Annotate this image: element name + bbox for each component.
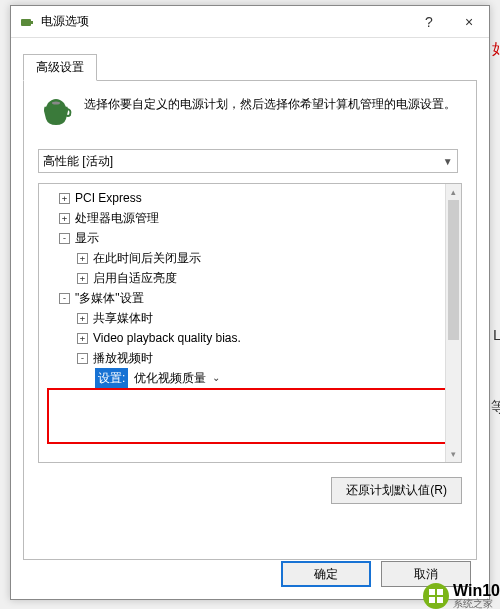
chevron-down-icon: ▼: [443, 156, 453, 167]
battery-icon: [19, 14, 35, 30]
tab-content: 选择你要自定义的电源计划，然后选择你希望计算机管理的电源设置。 高性能 [活动]…: [23, 80, 477, 560]
close-button[interactable]: ×: [449, 6, 489, 38]
ok-button[interactable]: 确定: [281, 561, 371, 587]
tree-label: Video playback quality bias.: [93, 328, 241, 348]
watermark-sub: 系统之家: [453, 599, 500, 609]
description-text: 选择你要自定义的电源计划，然后选择你希望计算机管理的电源设置。: [84, 95, 456, 114]
svg-rect-6: [437, 597, 443, 603]
expander-icon[interactable]: -: [59, 233, 70, 244]
tree-node-multimedia[interactable]: -"多媒体"设置: [41, 288, 459, 308]
tree-node-cpu-power[interactable]: +处理器电源管理: [41, 208, 459, 228]
tree-node-play-video[interactable]: -播放视频时: [41, 348, 459, 368]
settings-tree: +PCI Express +处理器电源管理 -显示 +在此时间后关闭显示 +启用…: [38, 183, 462, 463]
svg-rect-0: [21, 19, 31, 26]
svg-rect-4: [437, 589, 443, 595]
tree-node-turn-off-display[interactable]: +在此时间后关闭显示: [41, 248, 459, 268]
expander-icon[interactable]: -: [77, 353, 88, 364]
expander-icon[interactable]: +: [77, 313, 88, 324]
expander-icon[interactable]: +: [77, 333, 88, 344]
chevron-down-icon: ⌄: [212, 368, 220, 388]
svg-rect-1: [31, 21, 33, 24]
watermark-main: Win10: [453, 582, 500, 599]
tree-label: 播放视频时: [93, 348, 153, 368]
tree-label: "多媒体"设置: [75, 288, 144, 308]
expander-icon[interactable]: +: [59, 213, 70, 224]
titlebar: 电源选项 ? ×: [11, 6, 489, 38]
tree-label: 显示: [75, 228, 99, 248]
scroll-down-icon[interactable]: ▾: [446, 446, 461, 462]
tree-label: 在此时间后关闭显示: [93, 248, 201, 268]
help-button[interactable]: ?: [409, 6, 449, 38]
scroll-up-icon[interactable]: ▴: [446, 184, 461, 200]
kettle-icon: [38, 95, 74, 131]
tab-advanced[interactable]: 高级设置: [23, 54, 97, 81]
logo-icon: [423, 583, 449, 609]
power-plan-select[interactable]: 高性能 [活动] ▼: [38, 149, 458, 173]
highlight-annotation: [47, 388, 462, 444]
tree-node-share-media[interactable]: +共享媒体时: [41, 308, 459, 328]
setting-dropdown[interactable]: 优化视频质量 ⌄: [134, 368, 220, 388]
expander-icon[interactable]: +: [59, 193, 70, 204]
setting-prefix: 设置:: [95, 368, 128, 388]
expander-icon[interactable]: +: [77, 253, 88, 264]
tree-node-adaptive-brightness[interactable]: +启用自适应亮度: [41, 268, 459, 288]
scrollbar-thumb[interactable]: [448, 200, 459, 340]
bg-char: L: [493, 326, 500, 343]
plan-selected-value: 高性能 [活动]: [43, 153, 113, 170]
tree-label: 启用自适应亮度: [93, 268, 177, 288]
expander-icon[interactable]: -: [59, 293, 70, 304]
expander-icon[interactable]: +: [77, 273, 88, 284]
bg-char: 如: [492, 40, 500, 59]
power-options-dialog: 电源选项 ? × 高级设置 选择你要自定义的电源计划，然后选择你希望计算机管理的…: [10, 5, 490, 600]
vertical-scrollbar[interactable]: ▴ ▾: [445, 184, 461, 462]
svg-rect-3: [429, 589, 435, 595]
tree-node-pci[interactable]: +PCI Express: [41, 188, 459, 208]
svg-point-2: [52, 102, 60, 105]
tree-label: 处理器电源管理: [75, 208, 159, 228]
tree-node-display[interactable]: -显示: [41, 228, 459, 248]
svg-rect-5: [429, 597, 435, 603]
watermark: Win10 系统之家: [423, 583, 500, 609]
window-title: 电源选项: [41, 13, 409, 30]
tree-node-setting-row: 设置: 优化视频质量 ⌄: [41, 368, 459, 388]
setting-value: 优化视频质量: [134, 368, 206, 388]
restore-defaults-button[interactable]: 还原计划默认值(R): [331, 477, 462, 504]
tree-label: 共享媒体时: [93, 308, 153, 328]
tree-node-video-quality-bias[interactable]: +Video playback quality bias.: [41, 328, 459, 348]
tree-label: PCI Express: [75, 188, 142, 208]
bg-char: 等: [491, 398, 500, 417]
